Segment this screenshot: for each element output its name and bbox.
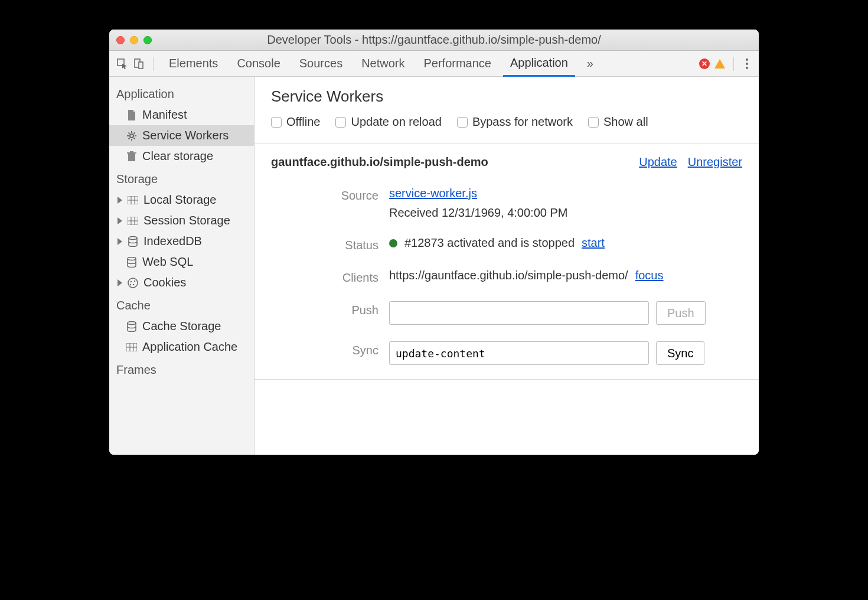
svg-point-19 <box>128 321 136 324</box>
gear-icon <box>126 130 138 142</box>
grid-icon <box>127 194 139 206</box>
update-on-reload-checkbox[interactable]: Update on reload <box>335 115 441 129</box>
sidebar-item-clear-storage[interactable]: Clear storage <box>109 146 254 167</box>
sidebar-item-label: IndexedDB <box>143 234 202 248</box>
sidebar-item-label: Local Storage <box>143 193 216 207</box>
show-all-checkbox[interactable]: Show all <box>588 115 648 129</box>
error-badge-icon[interactable]: ✕ <box>699 58 710 69</box>
expand-icon[interactable] <box>118 197 122 204</box>
sidebar-item-indexeddb[interactable]: IndexedDB <box>109 231 254 252</box>
clients-label: Clients <box>271 269 389 285</box>
status-label: Status <box>271 236 389 252</box>
checkbox-icon <box>588 117 599 128</box>
tab-network[interactable]: Network <box>354 51 412 77</box>
divider <box>254 379 759 380</box>
minimize-window-button[interactable] <box>130 36 138 44</box>
sidebar-item-label: Cookies <box>143 276 186 289</box>
tab-performance[interactable]: Performance <box>417 51 499 77</box>
checkbox-icon <box>457 117 468 128</box>
expand-icon[interactable] <box>118 238 122 245</box>
tab-elements[interactable]: Elements <box>162 51 225 77</box>
source-label: Source <box>271 187 389 203</box>
svg-point-15 <box>130 281 132 282</box>
tabs-overflow[interactable]: » <box>580 51 601 77</box>
sidebar-item-manifest[interactable]: Manifest <box>109 105 254 125</box>
sidebar-item-cookies[interactable]: Cookies <box>109 272 254 293</box>
devtools-body: Application Manifest Service Workers Cle… <box>109 77 759 455</box>
cookie-icon <box>127 277 139 289</box>
sidebar-item-session-storage[interactable]: Session Storage <box>109 210 254 231</box>
push-button[interactable]: Push <box>656 301 706 325</box>
traffic-lights <box>116 36 152 44</box>
source-link[interactable]: service-worker.js <box>389 187 742 200</box>
focus-link[interactable]: focus <box>635 269 664 282</box>
svg-rect-2 <box>139 62 143 69</box>
inspect-element-icon[interactable] <box>116 58 128 70</box>
database-icon <box>127 236 139 247</box>
window-titlebar: Developer Tools - https://gauntface.gith… <box>109 30 759 51</box>
trash-icon <box>126 151 138 162</box>
sidebar-item-local-storage[interactable]: Local Storage <box>109 190 254 210</box>
sidebar-item-application-cache[interactable]: Application Cache <box>109 337 254 357</box>
push-label: Push <box>271 301 389 317</box>
offline-checkbox[interactable]: Offline <box>271 115 320 129</box>
toolbar-divider <box>153 57 154 71</box>
svg-point-12 <box>129 236 137 239</box>
sw-details: Source service-worker.js Received 12/31/… <box>254 181 759 379</box>
sw-origin: gauntface.github.io/simple-push-demo <box>271 155 488 169</box>
sync-label: Sync <box>271 341 389 357</box>
sidebar-item-label: Session Storage <box>143 214 230 227</box>
database-icon <box>126 321 138 332</box>
settings-menu-icon[interactable] <box>742 58 752 69</box>
checkbox-icon <box>271 117 282 128</box>
sidebar-item-service-workers[interactable]: Service Workers <box>109 125 254 146</box>
expand-icon[interactable] <box>118 217 122 224</box>
database-icon <box>126 256 138 268</box>
svg-point-17 <box>133 283 134 285</box>
sidebar-item-cache-storage[interactable]: Cache Storage <box>109 316 254 337</box>
devtools-toolbar: Elements Console Sources Network Perform… <box>109 51 759 77</box>
maximize-window-button[interactable] <box>143 36 152 44</box>
push-input[interactable] <box>389 301 649 325</box>
sidebar-section-cache: Cache <box>109 293 254 316</box>
panel-title: Service Workers <box>271 87 742 106</box>
svg-point-16 <box>134 280 135 281</box>
tab-sources[interactable]: Sources <box>292 51 350 77</box>
tab-console[interactable]: Console <box>230 51 287 77</box>
sidebar-item-label: Web SQL <box>142 255 193 269</box>
sidebar-item-label: Service Workers <box>142 129 229 142</box>
devtools-window: Developer Tools - https://gauntface.gith… <box>109 30 759 455</box>
sidebar-item-label: Application Cache <box>142 340 237 354</box>
sync-input[interactable] <box>389 341 649 365</box>
application-sidebar: Application Manifest Service Workers Cle… <box>109 77 254 455</box>
sidebar-item-label: Clear storage <box>142 149 213 163</box>
toolbar-divider <box>733 57 734 71</box>
unregister-link[interactable]: Unregister <box>688 155 742 169</box>
grid-icon <box>127 215 139 227</box>
svg-point-3 <box>130 134 133 138</box>
sidebar-section-frames: Frames <box>109 357 254 380</box>
client-url: https://gauntface.github.io/simple-push-… <box>389 269 628 282</box>
start-link[interactable]: start <box>582 236 605 250</box>
sidebar-item-label: Manifest <box>142 108 187 122</box>
warning-badge-icon[interactable] <box>714 59 725 69</box>
status-indicator-icon <box>389 239 397 247</box>
tab-application[interactable]: Application <box>503 51 575 77</box>
sidebar-item-label: Cache Storage <box>142 319 221 333</box>
sw-origin-row: gauntface.github.io/simple-push-demo Upd… <box>254 144 759 181</box>
update-link[interactable]: Update <box>639 155 677 169</box>
sync-button[interactable]: Sync <box>656 341 704 365</box>
device-toggle-icon[interactable] <box>133 58 145 70</box>
sidebar-item-web-sql[interactable]: Web SQL <box>109 252 254 272</box>
close-window-button[interactable] <box>116 36 125 44</box>
grid-icon <box>126 341 138 353</box>
sw-options: Offline Update on reload Bypass for netw… <box>271 115 742 137</box>
expand-icon[interactable] <box>118 279 122 286</box>
status-text: #12873 activated and is stopped <box>404 236 575 250</box>
file-icon <box>126 109 138 121</box>
checkbox-icon <box>335 117 346 128</box>
sidebar-section-storage: Storage <box>109 167 254 190</box>
svg-point-13 <box>128 257 136 260</box>
service-workers-panel: Service Workers Offline Update on reload… <box>254 77 759 455</box>
bypass-network-checkbox[interactable]: Bypass for network <box>457 115 573 129</box>
